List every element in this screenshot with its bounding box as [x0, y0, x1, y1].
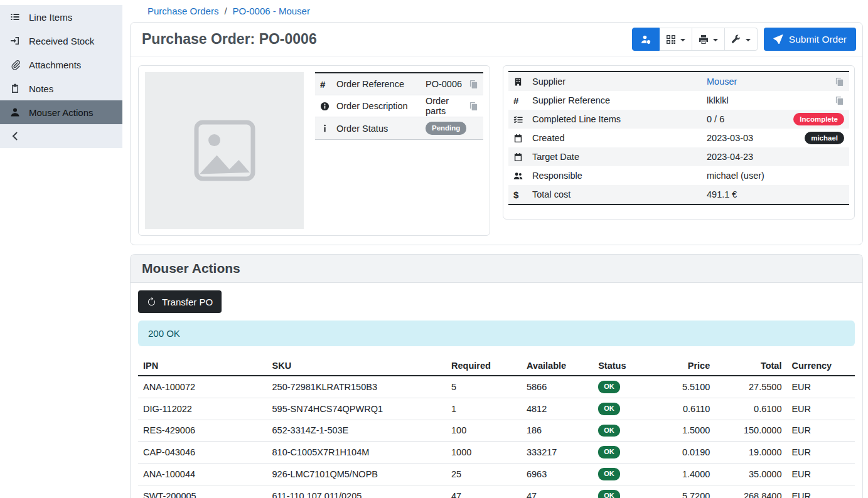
sidebar-item-label: Notes — [29, 83, 53, 94]
tools-icon — [731, 34, 741, 45]
sign-in-icon — [9, 36, 21, 46]
cell-currency: EUR — [786, 398, 855, 420]
detail-label: Responsible — [532, 171, 707, 181]
ok-status-badge: OK — [598, 425, 620, 437]
detail-value: 2023-03-03 — [707, 133, 805, 143]
ok-status-badge: OK — [598, 468, 620, 480]
cell-currency: EUR — [786, 376, 855, 398]
sidebar-collapse-button[interactable] — [0, 124, 122, 148]
cell-required: 100 — [446, 420, 522, 442]
cell-ipn: ANA-100044 — [138, 464, 267, 485]
order-details-table: #Order ReferencePO-0006Order Description… — [315, 72, 483, 140]
calendar-icon — [513, 152, 532, 162]
detail-value: lklklkl — [707, 95, 835, 105]
cell-available: 333217 — [522, 442, 593, 464]
cell-available: 4812 — [522, 398, 593, 420]
user-shield-button[interactable] — [632, 28, 660, 51]
table-row: DIG-112022595-SN74HCS74QPWRQ114812OK0.61… — [138, 398, 855, 420]
cell-total: 27.5500 — [715, 376, 786, 398]
breadcrumb-separator: / — [224, 6, 227, 16]
cell-currency: EUR — [786, 464, 855, 485]
caret-down-icon — [713, 39, 718, 41]
detail-value: 0 / 6 — [707, 114, 793, 124]
supplier-link[interactable]: Mouser — [707, 77, 737, 87]
cell-sku: 652-3314Z-1-503E — [267, 420, 447, 442]
supplier-details-card: SupplierMouser#Supplier Referencelklklkl… — [503, 65, 855, 220]
sidebar-item-line-items[interactable]: Line Items — [0, 5, 122, 29]
clipboard-icon — [9, 83, 21, 93]
supplier-detail-row-target-date: Target Date2023-04-23 — [508, 147, 849, 166]
detail-value: Pending — [426, 122, 478, 134]
cell-status: OK — [593, 398, 658, 420]
detail-label: Supplier — [532, 77, 707, 87]
cell-sku: 595-SN74HCS74QPWRQ1 — [267, 398, 447, 420]
purchase-order-panel-header: Purchase Order: PO-0006 Submit Order — [131, 23, 862, 56]
copy-icon[interactable] — [835, 96, 844, 105]
table-row: SWT-200005611-110.107.011/02054747OK5.72… — [138, 485, 855, 498]
cell-ipn: CAP-043046 — [138, 442, 267, 464]
sidebar-item-received-stock[interactable]: Received Stock — [0, 29, 122, 53]
cell-ipn: DIG-112022 — [138, 398, 267, 420]
copy-icon[interactable] — [835, 77, 844, 87]
transfer-po-button[interactable]: Transfer PO — [138, 290, 222, 313]
detail-row-actions — [469, 102, 478, 111]
cell-price: 5.5100 — [658, 376, 715, 398]
cell-sku: 810-C1005X7R1H104M — [267, 442, 447, 464]
sidebar-item-notes[interactable]: Notes — [0, 77, 122, 100]
column-header-ipn: IPN — [138, 356, 267, 376]
cell-required: 47 — [446, 485, 522, 498]
breadcrumb: Purchase Orders / PO-0006 - Mouser — [130, 3, 863, 22]
paperclip-icon — [9, 60, 21, 70]
submit-order-button[interactable]: Submit Order — [764, 28, 856, 51]
image-placeholder-icon — [187, 113, 262, 188]
breadcrumb-link-po-0006[interactable]: PO-0006 - Mouser — [233, 6, 310, 16]
cell-currency: EUR — [786, 420, 855, 442]
sidebar-item-attachments[interactable]: Attachments — [0, 53, 122, 77]
column-header-available: Available — [522, 356, 593, 376]
detail-row-actions — [835, 77, 844, 87]
copy-icon[interactable] — [469, 102, 478, 111]
cell-required: 1000 — [446, 442, 522, 464]
user-shield-icon — [641, 34, 651, 45]
cell-status: OK — [593, 464, 658, 485]
detail-row-actions — [835, 96, 844, 105]
cell-price: 0.6110 — [658, 398, 715, 420]
breadcrumb-link-purchase-orders[interactable]: Purchase Orders — [147, 6, 218, 16]
detail-value: 2023-04-23 — [707, 152, 844, 162]
cell-total: 150.0000 — [715, 420, 786, 442]
mouser-actions-panel: Mouser Actions Transfer PO 200 OK IPNSKU… — [130, 254, 863, 498]
cell-currency: EUR — [786, 442, 855, 464]
sidebar-item-label: Mouser Actions — [29, 107, 94, 118]
cell-price: 5.7200 — [658, 485, 715, 498]
detail-label: Completed Line Items — [532, 114, 707, 124]
dollar-icon: $ — [513, 190, 532, 199]
column-header-status: Status — [593, 356, 658, 376]
sidebar-item-mouser-actions[interactable]: Mouser Actions — [0, 100, 122, 124]
sidebar-nav: Line ItemsReceived StockAttachmentsNotes… — [0, 5, 122, 124]
cell-price: 0.0190 — [658, 442, 715, 464]
info-icon — [320, 124, 336, 133]
cell-status: OK — [593, 485, 658, 498]
paper-plane-icon — [773, 34, 783, 45]
ok-status-badge: OK — [598, 446, 620, 458]
detail-row-actions: michael — [805, 132, 844, 144]
detail-value: michael (user) — [707, 171, 844, 181]
printer-button[interactable] — [692, 28, 725, 51]
cell-ipn: RES-429006 — [138, 420, 267, 442]
supplier-detail-row-responsible: Responsiblemichael (user) — [508, 166, 849, 185]
mouser-actions-panel-header: Mouser Actions — [131, 255, 862, 283]
supplier-detail-row-supplier-reference: #Supplier Referencelklklkl — [508, 91, 849, 110]
order-detail-row-order-status: Order StatusPending — [315, 117, 483, 139]
supplier-detail-row-total-cost: $Total cost491.1 € — [508, 185, 849, 204]
qrcode-button[interactable] — [660, 28, 692, 51]
line-items-table-body: ANA-100072250-72981KLRATR150B355866OK5.5… — [138, 376, 855, 498]
cell-available: 186 — [522, 420, 593, 442]
cell-sku: 250-72981KLRATR150B3 — [267, 376, 447, 398]
incomplete-badge: Incomplete — [793, 113, 844, 125]
cell-required: 1 — [446, 398, 522, 420]
detail-value: PO-0006 — [426, 79, 469, 89]
tools-button[interactable] — [725, 28, 758, 51]
detail-label: Target Date — [532, 152, 707, 162]
copy-icon[interactable] — [469, 80, 478, 89]
cell-ipn: SWT-200005 — [138, 485, 267, 498]
